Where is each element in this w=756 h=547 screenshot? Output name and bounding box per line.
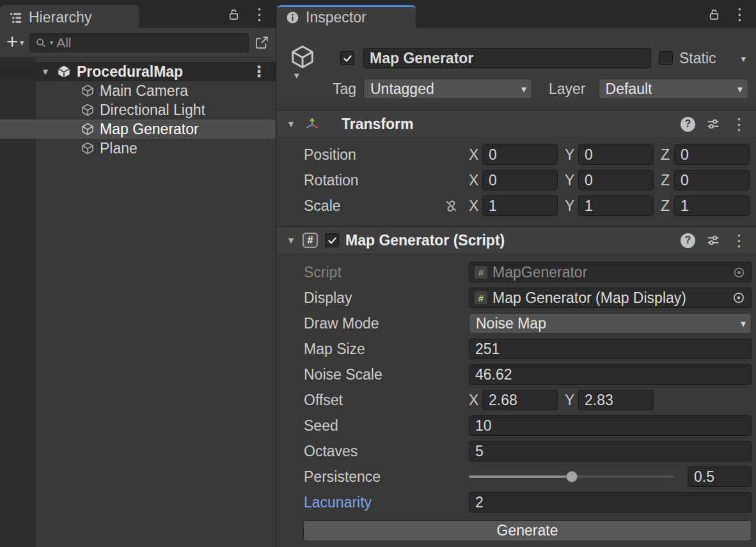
lock-icon[interactable] bbox=[707, 8, 721, 21]
scene-kebab-icon[interactable]: ⋮ bbox=[251, 64, 267, 79]
draw-mode-dropdown[interactable]: Noise Map ▾ bbox=[469, 313, 752, 334]
rotation-x-field[interactable] bbox=[482, 170, 558, 190]
property-row-rotation: Rotation X Y Z bbox=[277, 167, 756, 193]
foldout-open-icon[interactable]: ▼ bbox=[285, 119, 297, 128]
inspector-tabstrip: Inspector ⋮ bbox=[277, 0, 756, 28]
item-label: Plane bbox=[100, 140, 138, 157]
kebab-menu-icon[interactable]: ⋮ bbox=[251, 6, 267, 22]
map-generator-script-header[interactable]: ▼ # Map Generator (Script) ? ⋮ bbox=[277, 226, 756, 254]
inspector-panel: Inspector ⋮ ▾ Static ▾ Tag bbox=[277, 0, 756, 547]
hierarchy-icon bbox=[9, 11, 22, 24]
seed-field[interactable] bbox=[469, 415, 752, 436]
slider-fill bbox=[469, 475, 572, 478]
hierarchy-search-field[interactable]: ▾ bbox=[29, 33, 249, 52]
display-label: Display bbox=[304, 289, 352, 307]
rotation-z-field[interactable] bbox=[674, 170, 750, 190]
octaves-field[interactable] bbox=[469, 441, 752, 461]
tab-inspector[interactable]: Inspector bbox=[277, 5, 416, 28]
unity-editor-window: Hierarchy ⋮ + ▾ ▾ ▼ bbox=[0, 0, 756, 547]
presets-icon[interactable] bbox=[706, 117, 720, 131]
axis-y-label: Y bbox=[565, 197, 576, 215]
property-row-noise-scale: Noise Scale bbox=[277, 362, 756, 387]
property-row-octaves: Octaves bbox=[277, 438, 756, 464]
layer-dropdown[interactable]: Default ▾ bbox=[599, 79, 748, 99]
presets-icon[interactable] bbox=[706, 233, 720, 247]
property-row-position: Position X Y Z bbox=[277, 142, 756, 167]
gameobject-name-row: Static ▾ bbox=[277, 47, 756, 69]
component-enabled-checkbox[interactable] bbox=[325, 233, 339, 247]
kebab-menu-icon[interactable]: ⋮ bbox=[731, 233, 747, 249]
search-input[interactable] bbox=[56, 35, 243, 50]
property-row-persistence: Persistence bbox=[277, 464, 756, 489]
tab-hierarchy[interactable]: Hierarchy bbox=[0, 5, 139, 28]
hierarchy-item-plane[interactable]: Plane bbox=[0, 139, 276, 158]
rotation-y-field[interactable] bbox=[578, 170, 654, 190]
hierarchy-item-map-generator[interactable]: Map Generator bbox=[0, 119, 276, 139]
kebab-menu-icon[interactable]: ⋮ bbox=[731, 116, 747, 132]
offset-y-field[interactable] bbox=[578, 390, 654, 410]
csharp-script-icon: # bbox=[475, 266, 487, 279]
generate-row: Generate bbox=[277, 515, 756, 541]
object-picker-icon[interactable] bbox=[732, 266, 746, 279]
search-icon[interactable] bbox=[35, 37, 47, 49]
kebab-menu-icon[interactable]: ⋮ bbox=[732, 6, 748, 22]
active-checkbox[interactable] bbox=[340, 51, 354, 65]
lock-icon[interactable] bbox=[227, 8, 240, 21]
info-icon bbox=[286, 11, 299, 24]
tag-dropdown[interactable]: Untagged ▾ bbox=[363, 79, 532, 99]
static-flags-caret-icon[interactable]: ▾ bbox=[741, 54, 746, 63]
transform-header[interactable]: ▼ Transform ? ⋮ bbox=[277, 110, 756, 138]
scale-y-field[interactable] bbox=[578, 196, 654, 216]
tag-layer-row: Tag Untagged ▾ Layer Default ▾ bbox=[277, 78, 756, 100]
scale-x-field[interactable] bbox=[482, 196, 558, 216]
hierarchy-item-directional-light[interactable]: Directional Light bbox=[0, 100, 276, 119]
slider-knob[interactable] bbox=[566, 471, 578, 482]
static-label: Static bbox=[679, 50, 716, 67]
axis-y-label: Y bbox=[565, 392, 576, 409]
lacunarity-field[interactable] bbox=[469, 492, 752, 512]
hierarchy-item-main-camera[interactable]: Main Camera bbox=[0, 81, 276, 100]
gameobject-cube-icon bbox=[81, 141, 95, 155]
help-icon[interactable]: ? bbox=[681, 233, 695, 248]
script-object-field[interactable]: # MapGenerator bbox=[469, 262, 752, 282]
axis-x-label: X bbox=[469, 172, 480, 189]
map-size-field[interactable] bbox=[469, 339, 752, 359]
position-label: Position bbox=[304, 146, 356, 164]
foldout-open-icon[interactable]: ▼ bbox=[285, 236, 297, 245]
scale-z-field[interactable] bbox=[674, 196, 750, 216]
rotation-label: Rotation bbox=[304, 172, 359, 189]
static-checkbox[interactable] bbox=[659, 51, 673, 65]
position-z-field[interactable] bbox=[674, 144, 750, 165]
add-object-button[interactable]: + ▾ bbox=[6, 34, 24, 52]
property-row-scale: Scale X Y Z bbox=[277, 193, 756, 219]
foldout-open-icon[interactable]: ▼ bbox=[40, 67, 51, 76]
object-picker-icon[interactable] bbox=[732, 291, 746, 305]
help-icon[interactable]: ? bbox=[681, 117, 695, 132]
tag-label: Tag bbox=[333, 81, 363, 98]
axis-y-label: Y bbox=[565, 172, 576, 189]
display-object-field[interactable]: # Map Generator (Map Display) bbox=[469, 288, 752, 308]
gameobject-cube-icon bbox=[81, 84, 95, 98]
transform-body: Position X Y Z Rotation X Y bbox=[277, 138, 756, 226]
axis-x-label: X bbox=[469, 197, 480, 215]
persistence-value-field[interactable] bbox=[688, 466, 752, 487]
noise-scale-field[interactable] bbox=[469, 364, 752, 385]
position-y-field[interactable] bbox=[578, 144, 654, 165]
position-x-field[interactable] bbox=[482, 144, 558, 165]
property-row-offset: Offset X Y bbox=[277, 387, 756, 413]
gameobject-cube-icon bbox=[81, 103, 95, 117]
constrain-proportions-broken-link-icon[interactable] bbox=[444, 199, 459, 213]
scale-label: Scale bbox=[304, 197, 341, 215]
search-filter-caret-icon[interactable]: ▾ bbox=[50, 39, 54, 46]
transform-title: Transform bbox=[342, 116, 413, 133]
axis-y-label: Y bbox=[565, 146, 576, 164]
offset-label: Offset bbox=[304, 392, 343, 409]
hierarchy-scene-row[interactable]: ▼ ProceduralMap ⋮ bbox=[0, 62, 276, 81]
property-row-lacunarity: Lacunarity bbox=[277, 489, 756, 515]
gameobject-name-field[interactable] bbox=[363, 48, 651, 68]
script-label: Script bbox=[304, 264, 342, 281]
offset-x-field[interactable] bbox=[482, 390, 558, 410]
persistence-slider[interactable] bbox=[469, 466, 675, 487]
generate-button[interactable]: Generate bbox=[303, 520, 752, 541]
pick-object-icon[interactable] bbox=[254, 35, 269, 50]
